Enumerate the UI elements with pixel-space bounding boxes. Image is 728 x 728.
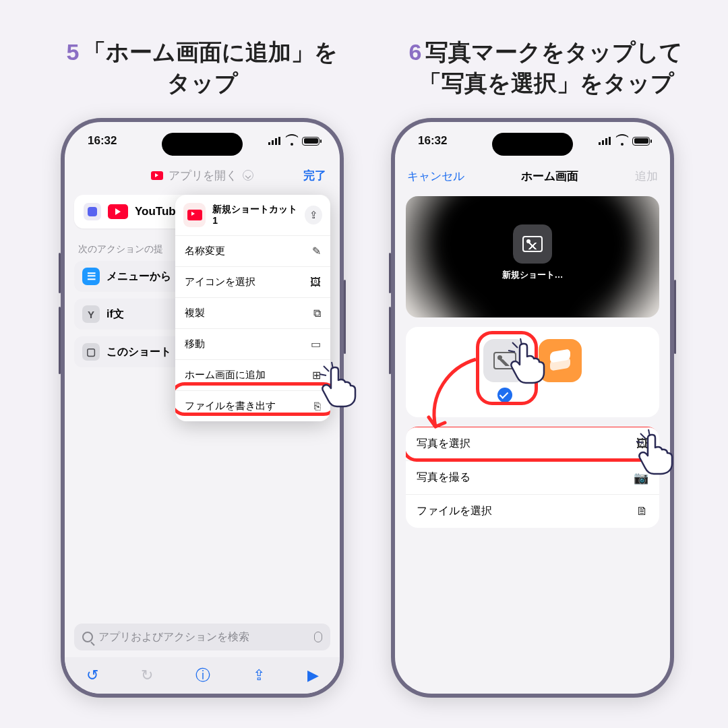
menu-add-to-home[interactable]: ホーム画面に追加⊞ — [175, 359, 330, 390]
plus-square-icon: ⊞ — [312, 369, 321, 382]
popup-title: 新規ショートカット 1 — [212, 204, 298, 227]
stop-icon: ▢ — [82, 343, 100, 361]
icon-picker-card — [406, 327, 659, 417]
preview-label: 新規ショート… — [406, 269, 659, 281]
step-number: 6 — [409, 39, 422, 65]
wifi-icon — [616, 137, 628, 146]
dynamic-island — [162, 133, 243, 156]
branch-icon: Y — [82, 305, 100, 323]
checkmark-icon — [497, 388, 512, 402]
photo-source-list: 写真を選択 🖼 写真を撮る 📷 ファイルを選択 🗎 — [406, 427, 659, 528]
phone-right: 16:32 キャンセル ホーム画面 追加 新規ショート… — [391, 118, 674, 698]
search-placeholder: アプリおよびアクションを検索 — [98, 630, 249, 644]
status-time: 16:32 — [418, 134, 447, 148]
menu-choose-icon[interactable]: アイコンを選択🖼 — [175, 266, 330, 297]
duplicate-icon: ⧉ — [313, 307, 321, 320]
photo-icon — [493, 352, 516, 369]
wifi-icon — [286, 137, 298, 146]
options-popup: 新規ショートカット 1 ⇪ 名称変更✎ アイコンを選択🖼 複製⧉ 移動▭ ホーム… — [175, 195, 330, 421]
icon-option-shortcut[interactable] — [539, 339, 582, 382]
choose-photo-row[interactable]: 写真を選択 🖼 — [406, 427, 659, 460]
screen-left: 16:32 アプリを開く 完了 YouTub 次のアクショ — [65, 122, 340, 694]
menu-move[interactable]: 移動▭ — [175, 328, 330, 359]
photo-icon: 🖼 — [636, 437, 648, 451]
youtube-icon — [108, 204, 128, 219]
screen-right: 16:32 キャンセル ホーム画面 追加 新規ショート… — [395, 122, 670, 694]
menu-duplicate[interactable]: 複製⧉ — [175, 297, 330, 328]
cancel-button[interactable]: キャンセル — [407, 169, 464, 184]
menu-icon: ☰ — [82, 268, 100, 285]
camera-icon: 📷 — [634, 471, 648, 485]
phone-left: 16:32 アプリを開く 完了 YouTub 次のアクショ — [61, 118, 344, 698]
signal-icon — [599, 137, 612, 145]
info-button[interactable]: ⓘ — [195, 665, 210, 686]
bottom-toolbar: ↺ ↻ ⓘ ⇪ ▶ — [65, 657, 340, 694]
share-toolbar-button[interactable]: ⇪ — [253, 667, 265, 684]
export-icon: ⎘ — [314, 400, 321, 413]
card-label: YouTub — [135, 205, 176, 218]
nav-bar: キャンセル ホーム画面 追加 — [395, 160, 670, 192]
step-6-caption: 6写真マークをタップして 「写真を選択」をタップ — [384, 37, 708, 99]
dynamic-island — [492, 133, 573, 156]
photo-icon — [522, 236, 543, 252]
signal-icon — [268, 137, 282, 145]
menu-export-file[interactable]: ファイルを書き出す⎘ — [175, 390, 330, 421]
battery-icon — [632, 137, 650, 146]
take-photo-row[interactable]: 写真を撮る 📷 — [406, 460, 659, 494]
editor-header: アプリを開く 完了 — [65, 160, 340, 191]
mic-icon[interactable] — [314, 632, 322, 642]
add-button[interactable]: 追加 — [635, 169, 658, 184]
undo-button[interactable]: ↺ — [86, 667, 98, 684]
done-button[interactable]: 完了 — [303, 168, 326, 183]
app-icon — [84, 203, 101, 220]
step-number: 5 — [67, 39, 80, 65]
menu-rename[interactable]: 名称変更✎ — [175, 235, 330, 266]
youtube-icon — [151, 171, 163, 180]
status-time: 16:32 — [88, 134, 117, 148]
preview-icon — [513, 224, 552, 264]
share-button[interactable]: ⇪ — [305, 206, 322, 224]
icon-option-photo[interactable] — [483, 339, 526, 402]
search-bar[interactable]: アプリおよびアクションを検索 — [74, 624, 330, 650]
choose-file-row[interactable]: ファイルを選択 🗎 — [406, 494, 659, 528]
file-icon: 🗎 — [636, 504, 648, 518]
pencil-icon: ✎ — [312, 245, 321, 257]
step-5-caption: 5「ホーム画面に追加」を タップ — [40, 37, 364, 99]
redo-button[interactable]: ↻ — [141, 667, 153, 684]
shortcut-icon — [183, 203, 206, 227]
folder-icon: ▭ — [311, 338, 321, 351]
nav-title: ホーム画面 — [521, 169, 578, 184]
home-preview: 新規ショート… — [406, 196, 659, 317]
layers-icon — [550, 351, 570, 371]
battery-icon — [302, 137, 320, 146]
photo-icon: 🖼 — [310, 276, 321, 289]
play-button[interactable]: ▶ — [307, 667, 319, 684]
search-icon — [82, 632, 93, 642]
chevron-down-icon[interactable] — [243, 170, 253, 181]
header-title: アプリを開く — [169, 168, 237, 183]
